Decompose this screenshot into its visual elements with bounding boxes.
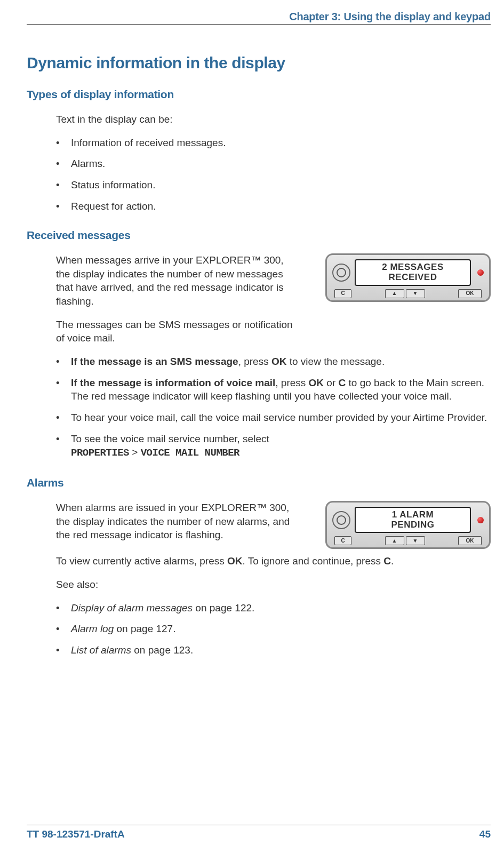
list-item: Alarm log on page 127. xyxy=(56,622,491,636)
list-item: To see the voice mail service number, se… xyxy=(56,432,491,460)
received-body: 2 MESSAGES RECEIVED C ▲ ▼ OK When messag… xyxy=(56,253,491,460)
alarms-refs: Display of alarm messages on page 122. A… xyxy=(56,601,491,657)
key-ok: OK xyxy=(458,289,482,298)
page-footer: TT 98-123571-DraftA 45 xyxy=(27,825,491,840)
key-down-icon: ▼ xyxy=(406,536,425,545)
led-indicator xyxy=(477,517,484,523)
alarms-para2: To view currently active alarms, press O… xyxy=(56,554,491,568)
received-list: If the message is an SMS message, press … xyxy=(56,355,491,460)
screen-line: 2 MESSAGES xyxy=(358,262,468,273)
key-c: C xyxy=(334,289,351,298)
device-screen: 2 MESSAGES RECEIVED xyxy=(355,259,471,285)
device-illustration-messages: 2 MESSAGES RECEIVED C ▲ ▼ OK xyxy=(325,253,491,301)
footer-page-number: 45 xyxy=(479,828,491,840)
alarms-body: 1 ALARM PENDING C ▲ ▼ OK When alarms are… xyxy=(56,501,491,657)
subsection-alarms: Alarms xyxy=(27,476,491,489)
power-icon xyxy=(332,264,350,282)
list-item: Request for action. xyxy=(56,200,491,213)
screen-line: PENDING xyxy=(358,520,468,530)
page-header: Chapter 3: Using the display and keypad xyxy=(27,11,491,25)
list-item: To hear your voice mail, call the voice … xyxy=(56,411,491,425)
list-item: Alarms. xyxy=(56,157,491,171)
screen-line: RECEIVED xyxy=(358,273,468,283)
types-intro: Text in the display can be: xyxy=(56,113,491,126)
subsection-types: Types of display information xyxy=(27,88,491,101)
types-body: Text in the display can be: Information … xyxy=(56,113,491,213)
list-item: If the message is information of voice m… xyxy=(56,376,491,403)
list-item: List of alarms on page 123. xyxy=(56,643,491,657)
list-item: Status information. xyxy=(56,178,491,192)
key-up-icon: ▲ xyxy=(385,536,404,545)
see-also: See also: xyxy=(56,578,491,592)
key-c: C xyxy=(334,536,351,545)
list-item: If the message is an SMS message, press … xyxy=(56,355,491,369)
received-para2: The messages can be SMS messages or noti… xyxy=(56,318,301,345)
list-item: Information of received messages. xyxy=(56,136,491,150)
chapter-title: Chapter 3: Using the display and keypad xyxy=(289,11,491,22)
key-ok: OK xyxy=(458,536,482,545)
key-up-icon: ▲ xyxy=(385,289,404,298)
led-indicator xyxy=(477,269,484,276)
footer-doc-id: TT 98-123571-DraftA xyxy=(27,828,125,840)
device-illustration-alarms: 1 ALARM PENDING C ▲ ▼ OK xyxy=(325,501,491,549)
device-screen: 1 ALARM PENDING xyxy=(355,507,471,533)
section-title: Dynamic information in the display xyxy=(27,54,491,72)
received-para1: When messages arrive in your EXPLORER™ 3… xyxy=(56,253,285,308)
list-item: Display of alarm messages on page 122. xyxy=(56,601,491,615)
power-icon xyxy=(332,511,350,529)
key-down-icon: ▼ xyxy=(406,289,425,298)
alarms-para1: When alarms are issued in your EXPLORER™… xyxy=(56,501,301,542)
screen-line: 1 ALARM xyxy=(358,510,468,520)
types-list: Information of received messages. Alarms… xyxy=(56,136,491,213)
subsection-received: Received messages xyxy=(27,229,491,242)
